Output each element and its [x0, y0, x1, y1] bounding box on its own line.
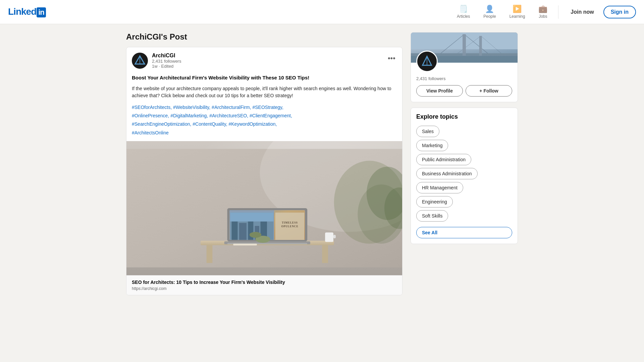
post-image: TIMELESS OPULENCE: [126, 141, 402, 275]
sign-in-button[interactable]: Sign in: [603, 6, 636, 18]
post-edited-label: Edited: [161, 64, 173, 69]
learning-icon: ▶️: [513, 5, 522, 13]
logo-in: in: [37, 7, 46, 17]
header: Linkedin 🗒️ Articles 👤 People ▶️ Learnin…: [0, 0, 644, 24]
follow-label: Follow: [483, 88, 498, 94]
main-nav: 🗒️ Articles 👤 People ▶️ Learning 💼 Jobs …: [451, 2, 636, 22]
post-body: Boost Your Architectural Firm's Website …: [126, 74, 402, 141]
articles-icon: 🗒️: [459, 5, 468, 13]
topic-soft-skills[interactable]: Soft Skills: [416, 210, 448, 222]
post-time: 1w · Edited: [152, 64, 382, 69]
sidebar-actions: View Profile + Follow: [416, 85, 512, 97]
hashtag-architecturalfirm[interactable]: #ArchitecturalFirm: [212, 105, 250, 110]
post-followers: 2,431 followers: [152, 59, 382, 64]
jobs-icon: 💼: [538, 5, 547, 13]
post-image-container[interactable]: TIMELESS OPULENCE: [126, 141, 402, 275]
hashtag-seostrategy[interactable]: #SEOStrategy: [252, 105, 282, 110]
nav-articles[interactable]: 🗒️ Articles: [451, 2, 475, 22]
topic-marketing[interactable]: Marketing: [416, 140, 448, 151]
sidebar: 2,431 followers View Profile + Follow Ex…: [411, 32, 518, 244]
explore-topics-title: Explore topics: [416, 113, 512, 120]
svg-rect-16: [239, 223, 247, 240]
hashtag-architectsonline[interactable]: #ArchitectsOnline: [132, 130, 169, 135]
nav-articles-label: Articles: [457, 14, 470, 19]
logo[interactable]: Linkedin: [8, 6, 46, 17]
hashtag-searchengineoptimization[interactable]: #SearchEngineOptimization: [132, 121, 190, 127]
nav-jobs[interactable]: 💼 Jobs: [533, 2, 553, 22]
topic-engineering[interactable]: Engineering: [416, 196, 453, 207]
page-title: ArchiCGI's Post: [126, 32, 402, 42]
explore-topics-card: Explore topics Sales Marketing Public Ad…: [411, 108, 518, 244]
svg-rect-30: [233, 244, 257, 245]
nav-people[interactable]: 👤 People: [478, 2, 501, 22]
archicgi-avatar-logo: [132, 53, 148, 69]
svg-rect-15: [232, 220, 238, 240]
svg-text:TIMELESS: TIMELESS: [282, 221, 298, 224]
avatar[interactable]: [132, 53, 148, 69]
laptop-scene: TIMELESS OPULENCE: [126, 141, 402, 275]
svg-rect-9: [322, 245, 328, 263]
post-card: ArchiCGI 2,431 followers 1w · Edited •••…: [126, 47, 402, 295]
post-meta: ArchiCGI 2,431 followers 1w · Edited: [152, 53, 382, 69]
nav-people-label: People: [483, 14, 496, 19]
hashtag-seoforarchitects[interactable]: #SEOforArchitects: [132, 105, 170, 110]
post-link-preview[interactable]: SEO for Architects: 10 Tips to Increase …: [126, 275, 402, 295]
topics-list: Sales Marketing Public Administration Bu…: [416, 126, 512, 238]
link-preview-title: SEO for Architects: 10 Tips to Increase …: [132, 280, 397, 285]
hashtag-websitevisibility[interactable]: #WebsiteVisibility: [173, 105, 209, 110]
post-options-button[interactable]: •••: [386, 53, 397, 64]
view-profile-button[interactable]: View Profile: [416, 85, 463, 97]
logo-text: Linked: [8, 6, 36, 17]
topic-business-administration[interactable]: Business Administration: [416, 168, 478, 179]
nav-divider: [558, 5, 558, 19]
sidebar-profile-info: 2,431 followers View Profile + Follow: [411, 63, 518, 102]
linkedin-logo-text: Linkedin: [8, 6, 46, 17]
hashtag-digitalmarketing[interactable]: #DigitalMarketing: [170, 113, 207, 118]
follow-button[interactable]: + Follow: [466, 85, 512, 97]
nav-jobs-label: Jobs: [539, 14, 547, 19]
follow-plus-icon: +: [479, 88, 482, 94]
join-now-button[interactable]: Join now: [564, 6, 600, 18]
scene-svg: TIMELESS OPULENCE: [126, 141, 402, 275]
nav-learning[interactable]: ▶️ Learning: [504, 2, 531, 22]
svg-rect-40: [463, 34, 466, 56]
sidebar-company-name-area: 2,431 followers View Profile + Follow: [416, 76, 512, 97]
svg-point-27: [250, 232, 261, 238]
post-hashtags: #SEOforArchitects, #WebsiteVisibility, #…: [132, 103, 397, 137]
post-area: ArchiCGI's Post ArchiCGI 2,431 followers: [126, 32, 402, 295]
svg-rect-8: [207, 245, 213, 263]
sidebar-followers-count: 2,431 followers: [416, 76, 512, 81]
svg-rect-29: [333, 235, 336, 238]
svg-rect-20: [230, 213, 273, 222]
post-text: If the website of your architecture comp…: [132, 85, 397, 99]
topic-hr-management[interactable]: HR Management: [416, 182, 463, 193]
post-headline: Boost Your Architectural Firm's Website …: [132, 74, 397, 81]
nav-learning-label: Learning: [509, 14, 525, 19]
hashtag-architectureseo[interactable]: #ArchitectureSEO: [209, 113, 247, 118]
hashtag-clientengagement[interactable]: #ClientEngagement: [250, 113, 291, 118]
topic-sales[interactable]: Sales: [416, 126, 439, 137]
sidebar-avatar: [416, 51, 438, 72]
link-preview-url: https://archicgi.com: [132, 286, 397, 291]
post-author-name[interactable]: ArchiCGI: [152, 53, 382, 59]
hashtag-onlinepresence[interactable]: #OnlinePresence: [132, 113, 168, 118]
main-layout: ArchiCGI's Post ArchiCGI 2,431 followers: [121, 24, 523, 303]
svg-rect-41: [479, 36, 482, 56]
post-header: ArchiCGI 2,431 followers 1w · Edited •••: [126, 47, 402, 74]
hashtag-contentquality[interactable]: #ContentQuality: [193, 121, 226, 127]
svg-text:OPULENCE: OPULENCE: [281, 225, 298, 228]
people-icon: 👤: [485, 5, 494, 13]
hashtag-keywordoptimization[interactable]: #KeywordOptimization: [228, 121, 275, 127]
post-time-value: 1w: [152, 64, 158, 69]
topic-public-administration[interactable]: Public Administration: [416, 154, 471, 165]
svg-rect-28: [325, 232, 333, 242]
see-all-topics-button[interactable]: See All: [416, 227, 512, 238]
sidebar-profile-card: 2,431 followers View Profile + Follow: [411, 32, 518, 102]
sidebar-avatar-logo: [417, 52, 437, 71]
